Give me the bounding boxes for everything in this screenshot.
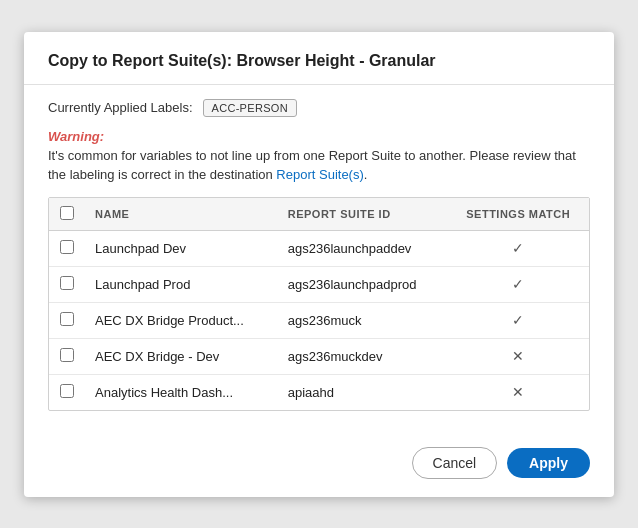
row-checkbox-cell: [49, 266, 85, 302]
dialog-title: Copy to Report Suite(s): Browser Height …: [48, 52, 590, 70]
table-body: Launchpad Devags236launchpaddev✓Launchpa…: [49, 230, 589, 410]
table-row: Launchpad Devags236launchpaddev✓: [49, 230, 589, 266]
table-header: NAME REPORT SUITE ID SETTINGS MATCH: [49, 198, 589, 231]
row-report-suite-id: ags236muckdev: [278, 338, 448, 374]
select-all-checkbox[interactable]: [60, 206, 74, 220]
settings-match-column-header: SETTINGS MATCH: [447, 198, 589, 231]
row-checkbox[interactable]: [60, 240, 74, 254]
row-settings-match: ✕: [447, 374, 589, 410]
row-name: AEC DX Bridge - Dev: [85, 338, 278, 374]
copy-to-report-suite-dialog: Copy to Report Suite(s): Browser Height …: [24, 32, 614, 497]
table-row: AEC DX Bridge - Devags236muckdev✕: [49, 338, 589, 374]
checkmark-icon: ✓: [512, 276, 524, 292]
warning-title: Warning:: [48, 129, 590, 144]
row-checkbox-cell: [49, 302, 85, 338]
warning-link[interactable]: Report Suite(s): [276, 167, 363, 182]
dialog-footer: Cancel Apply: [24, 435, 614, 497]
checkmark-icon: ✓: [512, 240, 524, 256]
row-settings-match: ✓: [447, 230, 589, 266]
row-checkbox[interactable]: [60, 384, 74, 398]
row-checkbox-cell: [49, 338, 85, 374]
table-row: Launchpad Prodags236launchpadprod✓: [49, 266, 589, 302]
row-name: AEC DX Bridge Product...: [85, 302, 278, 338]
cross-icon: ✕: [512, 384, 524, 400]
row-checkbox[interactable]: [60, 276, 74, 290]
report-suite-id-column-header: REPORT SUITE ID: [278, 198, 448, 231]
row-settings-match: ✕: [447, 338, 589, 374]
row-name: Analytics Health Dash...: [85, 374, 278, 410]
checkmark-icon: ✓: [512, 312, 524, 328]
row-report-suite-id: ags236muck: [278, 302, 448, 338]
row-checkbox[interactable]: [60, 312, 74, 326]
row-settings-match: ✓: [447, 266, 589, 302]
warning-section: Warning: It's common for variables to no…: [48, 129, 590, 185]
row-report-suite-id: ags236launchpaddev: [278, 230, 448, 266]
table-row: AEC DX Bridge Product...ags236muck✓: [49, 302, 589, 338]
report-suite-table-container: NAME REPORT SUITE ID SETTINGS MATCH Laun…: [48, 197, 590, 411]
row-report-suite-id: apiaahd: [278, 374, 448, 410]
applied-labels-label: Currently Applied Labels:: [48, 100, 193, 115]
row-name: Launchpad Dev: [85, 230, 278, 266]
dialog-header: Copy to Report Suite(s): Browser Height …: [24, 32, 614, 85]
warning-text: It's common for variables to not line up…: [48, 146, 590, 185]
row-checkbox-cell: [49, 230, 85, 266]
label-badge: ACC-PERSON: [203, 99, 297, 117]
select-all-header: [49, 198, 85, 231]
table-row: Analytics Health Dash...apiaahd✕: [49, 374, 589, 410]
row-checkbox-cell: [49, 374, 85, 410]
name-column-header: NAME: [85, 198, 278, 231]
row-report-suite-id: ags236launchpadprod: [278, 266, 448, 302]
cancel-button[interactable]: Cancel: [412, 447, 498, 479]
report-suite-table: NAME REPORT SUITE ID SETTINGS MATCH Laun…: [49, 198, 589, 410]
cross-icon: ✕: [512, 348, 524, 364]
row-settings-match: ✓: [447, 302, 589, 338]
apply-button[interactable]: Apply: [507, 448, 590, 478]
table-header-row: NAME REPORT SUITE ID SETTINGS MATCH: [49, 198, 589, 231]
applied-labels-row: Currently Applied Labels: ACC-PERSON: [48, 99, 590, 117]
row-checkbox[interactable]: [60, 348, 74, 362]
dialog-body: Currently Applied Labels: ACC-PERSON War…: [24, 85, 614, 435]
row-name: Launchpad Prod: [85, 266, 278, 302]
